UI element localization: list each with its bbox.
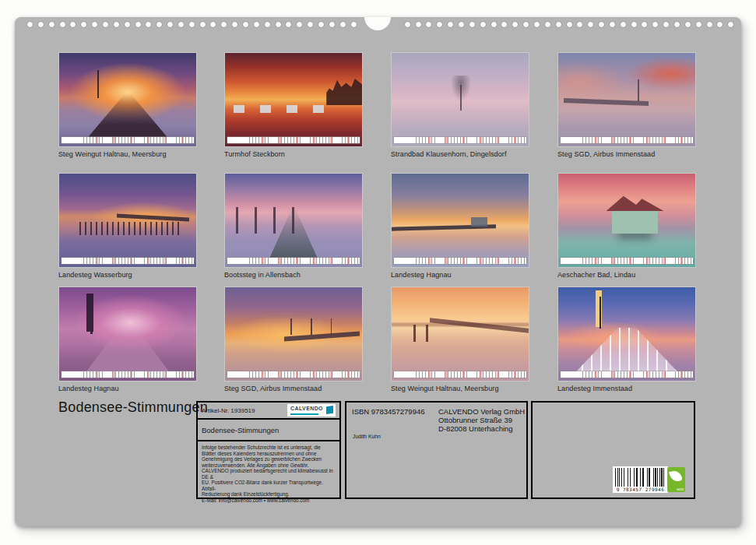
mini-calendar-strip [227, 258, 360, 264]
calendar-thumbnail: Landesteg Hagnau [58, 287, 197, 392]
mini-calendar-strip [62, 371, 194, 378]
imprint-calendar-title: Bodensee-Stimmungen [202, 426, 279, 434]
calendar-photo [557, 287, 696, 382]
calendar-thumbnail: Strandbad Klausenhorn, Dingelsdorf [391, 52, 529, 158]
mini-calendar-strip [227, 371, 360, 378]
thumbnail-caption: Steg Weingut Haltnau, Meersburg [391, 385, 529, 392]
mini-calendar-strip [227, 137, 360, 143]
imprint-title-row: Bodensee-Stimmungen [198, 420, 339, 441]
calvendo-logo-text: CALVENDO [290, 406, 323, 411]
author-name: Judith Kuhn [353, 434, 381, 439]
isbn-number: ISBN 9783457279946 [352, 407, 425, 416]
mini-calendar-strip [394, 258, 526, 264]
leaf-icon [669, 469, 683, 483]
calendar-photo [58, 52, 197, 147]
page-title: Bodensee-Stimmungen [58, 399, 208, 416]
calendar-thumbnail: Steg Weingut Haltnau, Meersburg [58, 52, 197, 158]
thumbnail-caption: Steg SGD, Airbus Immenstaad [224, 385, 363, 392]
publisher-city: D-82008 Unterhaching [438, 424, 525, 433]
thumbnail-caption: Steg Weingut Haltnau, Meersburg [58, 150, 197, 158]
calendar-thumbnail: Landesteg Wasserburg [58, 173, 197, 279]
publisher-box: ISBN 9783457279946 CALVENDO Verlag GmbH … [345, 401, 528, 499]
imprint-article-row: Artikel-Nr. 1939519 CALVENDO [198, 403, 339, 420]
thumbnail-caption: Strandbad Klausenhorn, Dingelsdorf [391, 150, 529, 158]
calendar-photo [58, 173, 197, 268]
thumbnail-caption: Turmhof Steckborn [224, 150, 363, 158]
calendar-thumbnail: Bootssteg in Allensbach [224, 173, 363, 279]
calendar-photo [224, 287, 363, 382]
calendar-photo [557, 173, 696, 268]
publisher-address: CALVENDO Verlag GmbH Ottobrunner Straße … [438, 407, 525, 434]
thumbnail-caption: Aeschacher Bad, Lindau [557, 271, 696, 279]
calendar-thumbnail: Steg SGD, Airbus Immenstaad [557, 52, 696, 158]
barcode-bars [615, 468, 666, 487]
mini-calendar-strip [394, 137, 526, 143]
ean-barcode: 9 783457 279946 [613, 466, 668, 493]
calendar-photo [58, 287, 197, 382]
calendar-photo [391, 173, 529, 268]
imprint-box: Artikel-Nr. 1939519 CALVENDO Bodensee-St… [196, 401, 341, 499]
barcode-box: 9 783457 279946 eco [531, 401, 695, 499]
calendar-photo [557, 52, 696, 147]
publisher-name: CALVENDO Verlag GmbH [438, 407, 525, 416]
calvendo-logo: CALVENDO [287, 404, 336, 417]
thumbnail-caption: Steg SGD, Airbus Immenstaad [557, 150, 696, 158]
mini-calendar-strip [394, 371, 526, 378]
legal-text: Infolge bestehender Schutzrechte ist es … [198, 441, 339, 506]
mini-calendar-strip [62, 137, 194, 143]
calendar-photo [391, 52, 529, 147]
calendar-thumbnail: Landesteg Immenstaad [557, 287, 696, 392]
calendar-back-page: Steg Weingut Haltnau, Meersburg Turmhof … [15, 17, 741, 526]
calendar-photo [224, 173, 363, 268]
eco-label-text: eco [677, 487, 684, 491]
publisher-street: Ottobrunner Straße 39 [438, 416, 525, 424]
mini-calendar-strip [62, 258, 194, 264]
thumbnail-caption: Bootssteg in Allensbach [224, 271, 363, 279]
eco-label: eco [667, 467, 685, 492]
calendar-photo [391, 287, 529, 382]
calendar-thumbnail: Steg SGD, Airbus Immenstaad [224, 287, 363, 392]
mini-calendar-strip [561, 137, 693, 143]
calvendo-logo-tagline [290, 413, 318, 415]
calendar-photo [224, 52, 363, 147]
calvendo-logo-icon [326, 406, 333, 414]
thumbnail-caption: Landesteg Hagnau [391, 271, 529, 279]
calendar-thumbnail: Steg Weingut Haltnau, Meersburg [391, 287, 529, 392]
article-number: Artikel-Nr. 1939519 [202, 407, 255, 414]
barcode-digits: 9 783457 279946 [615, 487, 666, 492]
calendar-thumbnail: Turmhof Steckborn [224, 52, 363, 158]
mini-calendar-strip [561, 371, 693, 378]
calendar-thumbnail: Aeschacher Bad, Lindau [557, 173, 696, 279]
thumbnail-caption: Landesteg Immenstaad [557, 385, 696, 392]
thumbnail-caption: Landesteg Hagnau [58, 385, 197, 392]
thumbnail-caption: Landesteg Wasserburg [58, 271, 197, 279]
calendar-thumbnail: Landesteg Hagnau [391, 173, 529, 279]
mini-calendar-strip [561, 258, 693, 264]
